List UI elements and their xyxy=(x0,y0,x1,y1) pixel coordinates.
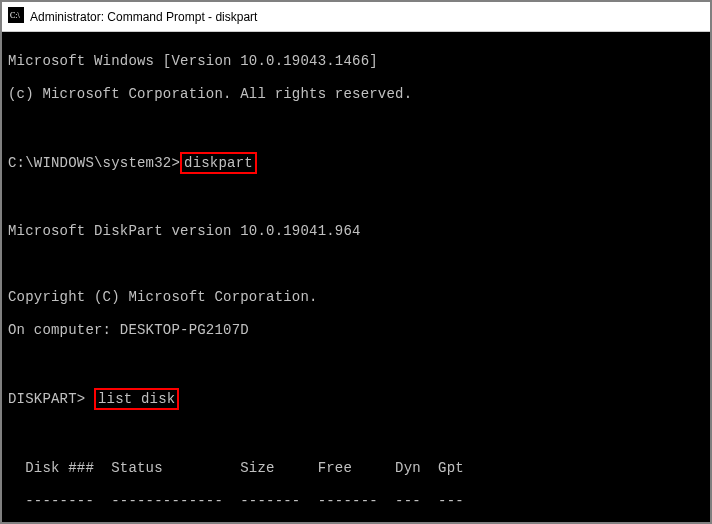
output-line: Microsoft DiskPart version 10.0.19041.96… xyxy=(8,223,704,240)
prompt-line: DISKPART> list disk xyxy=(8,388,704,410)
output-line: Microsoft Windows [Version 10.0.19043.14… xyxy=(8,53,704,70)
window-title: Administrator: Command Prompt - diskpart xyxy=(30,10,257,24)
table-divider: -------- ------------- ------- ------- -… xyxy=(8,493,704,510)
diskpart-prompt: DISKPART> xyxy=(8,391,94,407)
cmd-icon: C:\ xyxy=(8,7,24,26)
blank-line xyxy=(8,190,704,207)
prompt-line: C:\WINDOWS\system32>diskpart xyxy=(8,152,704,174)
titlebar: C:\ Administrator: Command Prompt - disk… xyxy=(2,2,710,32)
blank-line xyxy=(8,427,704,444)
system-prompt: C:\WINDOWS\system32> xyxy=(8,155,180,171)
command-highlight: diskpart xyxy=(180,152,257,174)
output-line: On computer: DESKTOP-PG2107D xyxy=(8,322,704,339)
blank-line xyxy=(8,256,704,273)
command-highlight: list disk xyxy=(94,388,179,410)
output-line: Copyright (C) Microsoft Corporation. xyxy=(8,289,704,306)
blank-line xyxy=(8,355,704,372)
table-header: Disk ### Status Size Free Dyn Gpt xyxy=(8,460,704,477)
output-line: (c) Microsoft Corporation. All rights re… xyxy=(8,86,704,103)
blank-line xyxy=(8,119,704,136)
svg-text:C:\: C:\ xyxy=(10,11,21,20)
terminal[interactable]: Microsoft Windows [Version 10.0.19043.14… xyxy=(2,32,710,522)
